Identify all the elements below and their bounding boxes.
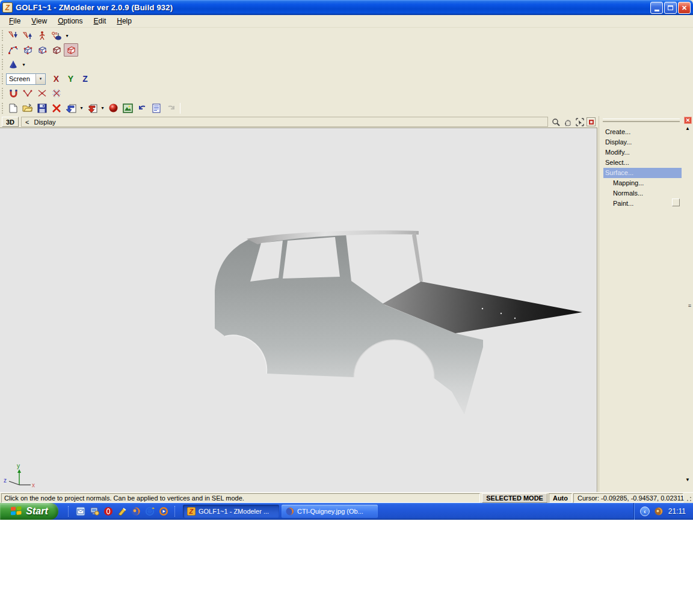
panel-item-create[interactable]: Create... (603, 127, 682, 137)
screen: Z GOLF1~1 - ZModeler ver 2.0.9 (Build 93… (0, 0, 693, 616)
restore-button[interactable] (664, 2, 677, 14)
internet-explorer-icon[interactable] (144, 507, 155, 517)
toolbar-gripper[interactable] (2, 88, 4, 99)
combo-dropdown-button[interactable]: ▾ (35, 74, 45, 84)
import-dropdown-icon[interactable]: ▾ (78, 102, 85, 115)
title-bar[interactable]: Z GOLF1~1 - ZModeler ver 2.0.9 (Build 93… (0, 0, 693, 15)
close-button[interactable]: ✕ (678, 2, 691, 14)
selected-mode-indicator[interactable]: SELECTED MODE (482, 493, 547, 503)
space-select[interactable]: Screen ▾ (6, 73, 46, 85)
panel-item-normals[interactable]: Normals... (603, 188, 682, 199)
cone-primitive-icon[interactable] (6, 58, 20, 71)
panel-item-select[interactable]: Select... (603, 158, 682, 168)
undo-icon[interactable] (135, 102, 149, 115)
cube-vertices-icon[interactable] (20, 43, 35, 57)
back-icon[interactable]: < (25, 119, 29, 126)
menu-file[interactable]: File (4, 16, 26, 26)
resize-grip-icon[interactable] (684, 494, 692, 502)
chevron-down-icon[interactable]: ▾ (64, 29, 70, 42)
scroll-up-button[interactable]: ▲ (683, 126, 692, 134)
axis-z-button[interactable]: Z (78, 73, 92, 85)
select-region-icon[interactable] (574, 117, 585, 127)
log-icon[interactable] (149, 102, 164, 115)
magnet-icon[interactable] (6, 87, 20, 100)
task-label: GOLF1~1 - ZModeler ... (199, 508, 269, 515)
bind-rig-icon[interactable]: O= (49, 29, 64, 42)
material-sphere-icon[interactable] (106, 102, 120, 115)
menu-options[interactable]: Options (52, 16, 88, 26)
maximize-view-button[interactable] (587, 117, 596, 126)
cube-objects-icon[interactable] (64, 43, 78, 57)
new-file-icon[interactable] (6, 102, 20, 115)
figure-animate-icon[interactable] (35, 29, 49, 42)
firefox-icon[interactable] (131, 507, 141, 517)
window-title: GOLF1~1 - ZModeler ver 2.0.9 (Build 932) (16, 3, 173, 12)
project-cone-down-icon[interactable] (6, 29, 20, 42)
open-file-icon[interactable] (20, 102, 35, 115)
chevron-down-icon[interactable]: ▾ (20, 58, 27, 71)
scrollbar-grip-icon[interactable]: ≡ (688, 303, 691, 309)
minimize-button[interactable] (650, 2, 663, 14)
quick-launch (66, 506, 178, 517)
export-dropdown-icon[interactable]: ▾ (99, 102, 106, 115)
tray-app-icon[interactable] (654, 507, 664, 517)
quick-launch-separator (174, 506, 176, 517)
car-model[interactable] (0, 128, 597, 493)
start-button[interactable]: Start (0, 503, 58, 520)
paint-option-button[interactable] (672, 199, 680, 206)
toolbar-gripper[interactable] (2, 30, 4, 41)
clock[interactable]: 21:11 (668, 507, 686, 516)
toolbar-gripper[interactable] (2, 73, 4, 84)
delete-icon[interactable] (49, 102, 64, 115)
panel-item-surface[interactable]: Surface... (603, 168, 682, 178)
project-cone-up-icon[interactable] (20, 29, 35, 42)
mail-client-icon[interactable] (75, 507, 85, 517)
panel-close-button[interactable]: ✕ (684, 117, 692, 124)
pan-icon[interactable] (562, 117, 573, 127)
texture-browser-icon[interactable] (120, 102, 135, 115)
my-computer-icon[interactable] (89, 507, 99, 517)
spline-edit-icon[interactable] (6, 43, 20, 57)
cube-edges-icon[interactable] (35, 43, 49, 57)
opera-browser-icon[interactable] (103, 507, 113, 517)
quick-launch-handle[interactable] (68, 506, 69, 517)
tray-chevron-icon[interactable]: ‹ (640, 507, 650, 516)
export-icon[interactable] (85, 102, 99, 115)
view-mode-button[interactable]: 3D (2, 117, 19, 127)
import-icon[interactable] (64, 102, 78, 115)
panel-item-display[interactable]: Display... (603, 137, 682, 147)
auto-indicator[interactable]: Auto (549, 493, 572, 503)
media-player-icon[interactable] (158, 507, 168, 517)
panel-item-paint[interactable]: Paint... (603, 199, 682, 209)
panel-gripper[interactable] (603, 122, 680, 123)
task-image-viewer[interactable]: CTI-Quigney.jpg (Ob... (282, 505, 378, 518)
toolbar-gripper[interactable] (2, 45, 4, 55)
axis-x-button[interactable]: X (49, 73, 63, 85)
menu-view[interactable]: View (26, 16, 52, 26)
paint-app-icon[interactable] (117, 507, 127, 517)
app-icon[interactable]: Z (2, 2, 13, 13)
redo-icon[interactable] (164, 102, 178, 115)
view-breadcrumb[interactable]: < Display (21, 117, 548, 127)
chevron-down-icon: ▾ (40, 76, 42, 81)
axis-y-label: y (17, 463, 20, 469)
toolbar-edit-levels (0, 43, 693, 57)
snap-grid-icon[interactable] (49, 87, 64, 100)
menu-help[interactable]: Help (111, 16, 137, 26)
panel-item-mapping[interactable]: Mapping... (603, 178, 682, 188)
break-vertices-icon[interactable] (35, 87, 49, 100)
cube-faces-icon[interactable] (49, 43, 64, 57)
axis-y-button[interactable]: Y (64, 73, 78, 85)
toolbar-gripper[interactable] (2, 59, 4, 70)
weld-vertices-icon[interactable] (20, 87, 35, 100)
task-zmodeler[interactable]: Z GOLF1~1 - ZModeler ... (183, 505, 279, 518)
menu-edit[interactable]: Edit (88, 16, 112, 26)
save-file-icon[interactable] (35, 102, 49, 115)
toolbar-gripper[interactable] (2, 103, 4, 114)
panel-item-modify[interactable]: Modify... (603, 147, 682, 158)
zmodeler-window: Z GOLF1~1 - ZModeler ver 2.0.9 (Build 93… (0, 0, 693, 520)
zoom-icon[interactable] (550, 117, 561, 127)
scroll-down-button[interactable]: ▼ (683, 477, 692, 485)
viewport-3d[interactable]: y z x (0, 128, 597, 492)
minimize-icon (654, 10, 659, 11)
